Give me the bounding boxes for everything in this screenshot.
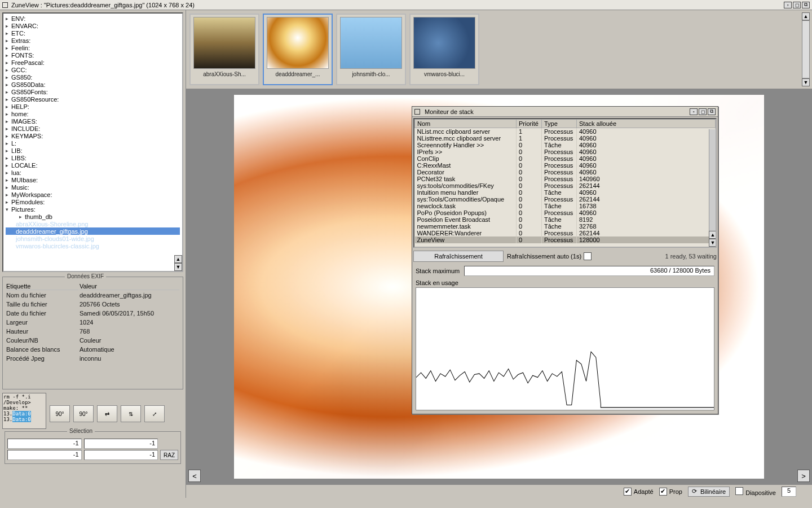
tree-item[interactable]: ▸GS850Resource: [6, 95, 180, 103]
task-row[interactable]: NList.mcc clipboard server1Processus4096… [415, 128, 716, 135]
thumb-scroll-down[interactable]: ▼ [802, 78, 810, 86]
tree-item[interactable]: ▸Music: [6, 183, 180, 191]
refresh-button[interactable]: Rafraîchissement [413, 251, 504, 262]
flip-h-button[interactable]: ⇄ [97, 405, 117, 422]
task-row[interactable]: C:RexxMast0Processus40960 [415, 162, 716, 169]
tree-item[interactable]: ▸LIB: [6, 147, 180, 154]
tree-item[interactable]: ▸Extras: [6, 37, 180, 44]
tree-file-item[interactable]: ▸thumb_db [6, 213, 180, 220]
thumbnail[interactable]: abraXXious-Sh... [189, 14, 259, 85]
tree-file-item[interactable]: johnsmith-clouds01-wide.jpg [6, 235, 180, 242]
tree-scroll-up[interactable]: ▲ [174, 255, 182, 263]
exif-panel: Données EXIF Etiquette Valeur Nom du fic… [2, 277, 183, 389]
rotate-cw-button[interactable]: 90° [73, 405, 94, 422]
mini-terminal[interactable]: rm -f *.i/Develop>make: **13.Data:013.Da… [2, 393, 46, 429]
tree-item[interactable]: ▸ENV: [6, 15, 180, 22]
stack-monitor-titlebar[interactable]: Moniteur de stack ▫ ◻ ⧉ [412, 107, 718, 117]
stack-zoom-button[interactable]: ◻ [699, 108, 707, 115]
stack-col-alloc[interactable]: Stack allouée [577, 120, 716, 128]
selection-x2[interactable]: -1 [7, 450, 82, 460]
directory-tree[interactable]: ▸ENV:▸ENVARC:▸ETC:▸Extras:▸Feelin:▸FONTS… [2, 12, 183, 272]
fit-button[interactable]: ⤢ [144, 405, 165, 422]
tree-item[interactable]: ▸home: [6, 110, 180, 117]
tree-item[interactable]: ▸MyWorkspace: [6, 191, 180, 198]
stack-depth-button[interactable]: ⧉ [708, 108, 716, 115]
task-row[interactable]: PCNet32 task0Processus140960 [415, 176, 716, 182]
tree-item[interactable]: ▸IMAGES: [6, 117, 180, 125]
adapt-toggle[interactable]: ✔Adapté [624, 488, 654, 496]
task-row[interactable]: ConClip0Processus40960 [415, 155, 716, 162]
stack-task-list[interactable]: Nom Priorité Type Stack allouée NList.mc… [413, 118, 717, 248]
task-row[interactable]: Intuition menu handler0Tâche40960 [415, 189, 716, 196]
tree-file-item[interactable]: deadddreamer_giftgas.jpg [6, 227, 180, 235]
tree-item[interactable]: ▸GS850Data: [6, 81, 180, 88]
task-row[interactable]: sys:tools/commodities/FKey0Processus2621… [415, 182, 716, 189]
thumbnail[interactable]: johnsmith-clo... [336, 14, 406, 85]
stack-col-priority[interactable]: Priorité [517, 120, 542, 128]
tree-item[interactable]: ▸FONTS: [6, 51, 180, 59]
tree-item[interactable]: ▸LIBS: [6, 154, 180, 161]
depth-button[interactable]: ⧉ [802, 2, 810, 8]
tree-item[interactable]: ▸FreePascal: [6, 59, 180, 66]
prev-image-button[interactable]: < [188, 470, 201, 482]
flip-v-button[interactable]: ⇅ [121, 405, 141, 422]
selection-reset-button[interactable]: RAZ [160, 450, 178, 460]
stack-col-name[interactable]: Nom [415, 120, 517, 128]
stack-titlebar-system-icon[interactable] [414, 109, 420, 115]
tree-file-item[interactable]: vmwaros-blucircles-classic.jpg [6, 242, 180, 249]
stack-iconify-button[interactable]: ▫ [690, 108, 698, 115]
task-row[interactable]: sys:Tools/Commodities/Opaque0Processus26… [415, 196, 716, 203]
task-row[interactable]: Poseidon Event Broadcast0Tâche8192 [415, 216, 716, 223]
thumbnail-strip[interactable]: abraXXious-Sh...deadddreamer_...johnsmit… [186, 10, 812, 89]
task-row[interactable]: newclock.task0Tâche16738 [415, 203, 716, 209]
thumbnail[interactable]: vmwaros-bluci... [409, 14, 479, 85]
iconify-button[interactable]: ▫ [784, 2, 792, 8]
task-row[interactable]: PoPo (Poseidon Popups)0Processus40960 [415, 209, 716, 216]
task-row[interactable]: WANDERER:Wanderer0Processus262144 [415, 230, 716, 237]
tree-item[interactable]: ▸Feelin: [6, 44, 180, 51]
task-row[interactable]: Screennotify Handler >>0Tâche40960 [415, 142, 716, 148]
stack-list-scroll-up[interactable]: ▲ [709, 231, 717, 239]
task-row[interactable]: Decorator0Processus40960 [415, 169, 716, 176]
stack-col-type[interactable]: Type [542, 120, 577, 128]
thumb-scroll-up[interactable]: ▲ [802, 12, 810, 20]
bottom-toolbar: ✔Adapté ✔Prop ⟳Bilinéaire Diapositive 5 [186, 484, 812, 498]
tree-item[interactable]: ▸HELP: [6, 103, 180, 110]
slideshow-toggle[interactable]: Diapositive [735, 487, 776, 496]
auto-refresh-toggle[interactable] [584, 252, 592, 260]
next-image-button[interactable]: > [797, 470, 810, 482]
rotate-ccw-button[interactable]: 90° [50, 405, 70, 422]
titlebar-system-icon[interactable] [2, 2, 8, 8]
tree-item[interactable]: ▸PEmodules: [6, 198, 180, 205]
prop-toggle[interactable]: ✔Prop [659, 488, 682, 496]
zoom-button[interactable]: ◻ [793, 2, 801, 8]
task-row[interactable]: ZuneView0Processus128000 [415, 237, 716, 243]
stack-list-scroll-down[interactable]: ▼ [709, 239, 717, 247]
tree-file-item[interactable]: abraXXious-Shoreline.png [6, 220, 180, 227]
tools-area: rm -f *.i/Develop>make: **13.Data:013.Da… [0, 392, 186, 498]
selection-x1[interactable]: -1 [7, 439, 82, 449]
tree-item[interactable]: ▸INCLUDE: [6, 125, 180, 132]
task-row[interactable]: newmemmeter.task0Tâche32768 [415, 223, 716, 230]
tree-item[interactable]: ▸GCC: [6, 66, 180, 73]
tree-item[interactable]: ▸ENVARC: [6, 22, 180, 29]
tree-item-pictures[interactable]: ▾Pictures: [6, 205, 180, 213]
task-row[interactable]: NListtree.mcc clipboard server1Processus… [415, 135, 716, 142]
tree-item[interactable]: ▸ETC: [6, 29, 180, 37]
tree-item[interactable]: ▸MUIbase: [6, 176, 180, 183]
slideshow-seconds[interactable]: 5 [782, 487, 796, 497]
stack-monitor-window[interactable]: Moniteur de stack ▫ ◻ ⧉ Nom Priorité Typ… [412, 106, 718, 414]
thumbnail[interactable]: deadddreamer_... [263, 14, 333, 85]
task-row[interactable]: IPrefs >>0Processus40960 [415, 148, 716, 155]
selection-y2[interactable]: -1 [84, 450, 158, 460]
filter-dropdown[interactable]: ⟳Bilinéaire [688, 487, 730, 497]
tree-item[interactable]: ▸lua: [6, 169, 180, 176]
selection-y1[interactable]: -1 [84, 439, 158, 449]
tree-item[interactable]: ▸GS850: [6, 73, 180, 81]
tree-item[interactable]: ▸LOCALE: [6, 161, 180, 169]
tree-item[interactable]: ▸L: [6, 139, 180, 147]
tree-item[interactable]: ▸KEYMAPS: [6, 132, 180, 139]
exif-label: Nom du fichier [6, 291, 78, 299]
tree-scroll-down[interactable]: ▼ [174, 263, 182, 271]
tree-item[interactable]: ▸GS850Fonts: [6, 88, 180, 95]
